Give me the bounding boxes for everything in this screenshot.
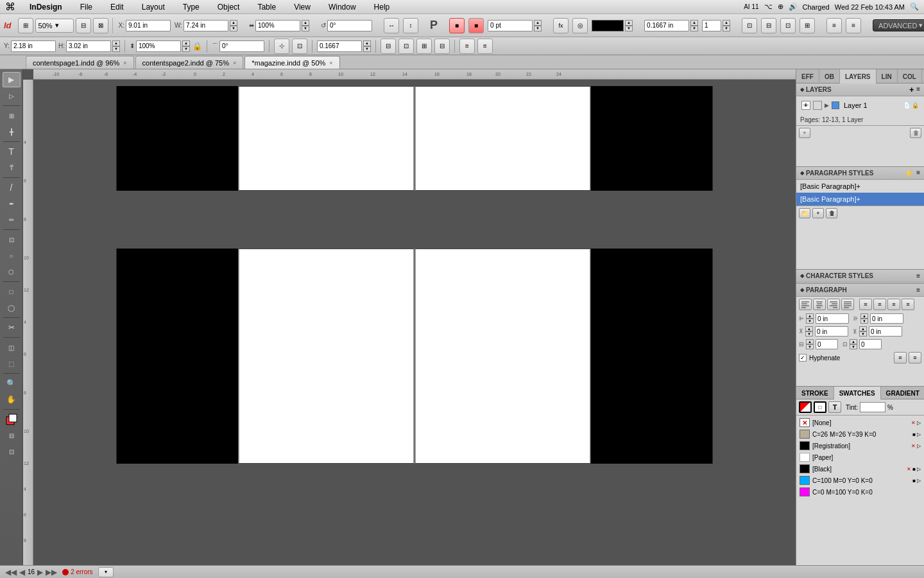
swatch-cmyk-1[interactable]: C=26 M=26 Y=39 K=0 ■ ▷: [798, 428, 923, 440]
hyphenate-option-2[interactable]: ≡: [909, 352, 921, 363]
space-before-up[interactable]: ▲: [805, 326, 813, 331]
col-count-input[interactable]: [702, 20, 721, 31]
align-force-justify-btn[interactable]: ≡: [902, 299, 914, 310]
tool-gradient-swatch[interactable]: ⬚: [3, 356, 21, 371]
menu-help[interactable]: Help: [370, 1, 394, 13]
workspace-selector[interactable]: ADVANCED ▾: [873, 19, 924, 31]
swatch-registration[interactable]: [Registration] ✕ ▷: [798, 440, 923, 451]
align-center-btn[interactable]: ⊟: [761, 18, 776, 33]
menu-edit[interactable]: Edit: [107, 1, 128, 13]
tool-text[interactable]: T: [3, 144, 21, 159]
tool-gradient[interactable]: ◫: [3, 340, 21, 355]
layer-expand-1[interactable]: ▶: [825, 102, 829, 109]
tool-hand[interactable]: ✋: [3, 392, 21, 407]
tab-contentspage2[interactable]: contentspage2.indd @ 75% ×: [135, 56, 244, 69]
swatch-black[interactable]: [Black] ✕ ■ ▷: [798, 463, 923, 475]
page-left-bottom[interactable]: [239, 249, 415, 464]
w-up[interactable]: ▲: [230, 20, 237, 26]
tint-input[interactable]: [860, 402, 886, 412]
para-format-options-icon[interactable]: ≡: [916, 286, 920, 293]
align-center-para-btn[interactable]: [813, 299, 826, 310]
align-justify-full-btn[interactable]: ≡: [859, 299, 872, 310]
tab-close-1[interactable]: ×: [123, 60, 126, 66]
swatch-fill-btn[interactable]: [799, 401, 812, 413]
text-style-btn1[interactable]: ≡: [459, 39, 475, 54]
tool-page[interactable]: ⊞: [3, 108, 21, 123]
tool-ellipse[interactable]: ◯: [3, 300, 21, 315]
canvas-area[interactable]: -10 -8 -6 -4 -2 0 2 4 6 8 10 12 14 16 18…: [23, 69, 796, 565]
swatch-tab-swatches[interactable]: SWATCHES: [834, 387, 881, 399]
error-indicator[interactable]: 2 errors: [62, 568, 92, 575]
corner-btn[interactable]: ⊡: [292, 39, 307, 54]
swatch-text-indicator[interactable]: T: [828, 401, 841, 413]
distribute-v-btn[interactable]: ⊟: [434, 39, 450, 54]
rotate-input[interactable]: [327, 20, 372, 31]
tool-text-path[interactable]: T̈: [3, 160, 21, 175]
drop-cap-lines-down[interactable]: ▼: [806, 344, 814, 349]
tool-polygon-frame[interactable]: ⬡: [3, 264, 21, 279]
stroke-w-up[interactable]: ▲: [534, 20, 542, 26]
para-styles-delete-btn[interactable]: 🗑: [826, 208, 837, 218]
tool-zoom[interactable]: 🔍: [3, 376, 21, 391]
menu-table[interactable]: Table: [253, 1, 280, 13]
text-align-left[interactable]: ≡: [826, 18, 842, 33]
y-input[interactable]: [11, 40, 56, 52]
tab-contentspage1[interactable]: contentspage1.indd @ 96% ×: [26, 56, 134, 69]
right-indent-up[interactable]: ▲: [860, 313, 868, 319]
fill-color-btn[interactable]: ■: [468, 18, 484, 33]
w-down[interactable]: ▼: [230, 26, 237, 31]
swatch-tab-stroke[interactable]: STROKE: [796, 387, 834, 399]
stroke-w-input[interactable]: [488, 20, 533, 31]
stroke-color-btn[interactable]: ■: [449, 18, 465, 33]
lock-icon[interactable]: 🔒: [193, 42, 202, 51]
para-styles-options-icon[interactable]: ≡: [916, 169, 920, 178]
hyphenate-checkbox[interactable]: ✓: [799, 354, 807, 362]
flip-h-btn[interactable]: ↔: [384, 18, 399, 33]
canvas-content[interactable]: [33, 80, 796, 565]
align-right-para-btn[interactable]: [827, 299, 840, 310]
tool-scissors[interactable]: ✂: [3, 320, 21, 335]
stroke-color-swatch[interactable]: [592, 20, 624, 31]
drop-cap-lines-input[interactable]: [816, 339, 838, 349]
h-input[interactable]: [66, 40, 111, 52]
layer-eye-1[interactable]: 👁: [801, 101, 810, 110]
align-bottom-btn[interactable]: ⊡: [398, 39, 414, 54]
col-x-input[interactable]: [644, 20, 689, 31]
prev-page-btn[interactable]: ◀: [19, 568, 25, 577]
fx-btn[interactable]: fx: [553, 18, 569, 33]
tool-pen[interactable]: ✒: [3, 196, 21, 211]
align-top-btn[interactable]: ⊞: [800, 18, 815, 33]
tool-mode[interactable]: ⊟: [3, 428, 21, 443]
tool-selection[interactable]: ▶: [3, 72, 21, 87]
space-before-down[interactable]: ▼: [805, 331, 813, 337]
menu-object[interactable]: Object: [214, 1, 244, 13]
panel-tab-eff[interactable]: EFF: [796, 69, 819, 83]
space-after-down[interactable]: ▼: [859, 331, 867, 337]
x-input[interactable]: [126, 20, 171, 31]
drop-cap-chars-down[interactable]: ▼: [850, 344, 857, 349]
panel-tab-col[interactable]: COL: [898, 69, 922, 83]
layout-btn[interactable]: ⊠: [93, 18, 108, 33]
scale-w-input[interactable]: [255, 20, 300, 31]
zoom-dropdown[interactable]: 50%▾: [35, 19, 74, 33]
arrange-btn[interactable]: ⊟: [76, 18, 91, 33]
w-input[interactable]: [184, 20, 228, 31]
menu-layout[interactable]: Layout: [138, 1, 169, 13]
tool-fill-stroke[interactable]: [3, 412, 21, 427]
align-left-btn[interactable]: [799, 299, 812, 310]
menu-view[interactable]: View: [290, 1, 314, 13]
tool-rect[interactable]: □: [3, 284, 21, 299]
align-justify-center-btn[interactable]: ≡: [873, 299, 886, 310]
scale-h-input[interactable]: [136, 40, 181, 52]
hyphenate-option-1[interactable]: ≡: [894, 352, 907, 363]
drop-cap-lines-up[interactable]: ▲: [806, 339, 814, 344]
tool-pencil[interactable]: ✏: [3, 212, 21, 227]
tool-screen-mode[interactable]: ⊡: [3, 444, 21, 459]
page-right-top[interactable]: [415, 86, 591, 191]
scale-w-up[interactable]: ▲: [302, 20, 309, 26]
panel-tab-ob[interactable]: OB: [819, 69, 840, 83]
swatch-none[interactable]: ✕ [None] ✕ ▷: [798, 417, 923, 428]
opacity-up[interactable]: ▲: [625, 20, 633, 26]
layer-lock-1[interactable]: [813, 101, 822, 110]
swatch-stroke-indicator[interactable]: □: [814, 401, 826, 413]
